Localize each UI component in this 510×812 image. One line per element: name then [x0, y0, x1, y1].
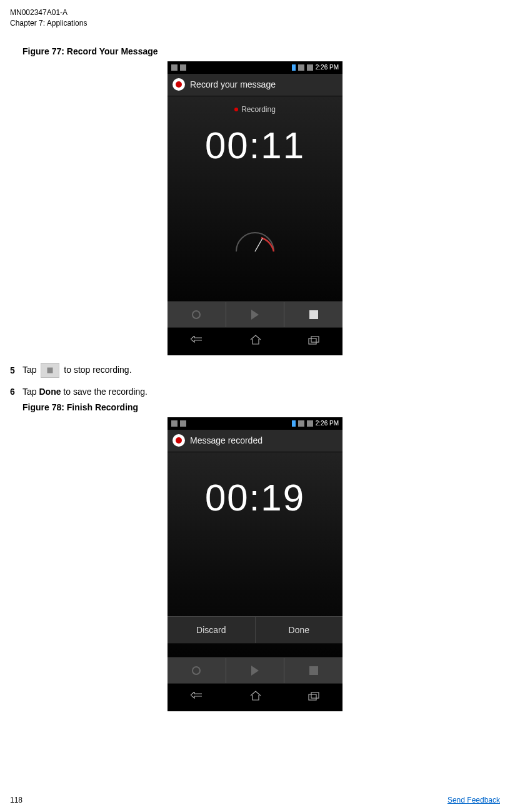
stop-button[interactable]	[284, 658, 342, 683]
app-title: Message recorded	[190, 435, 262, 445]
screenshot-record-message: 2:26 PM Record your message Recording 00…	[168, 61, 342, 355]
timer-display: 00:19	[168, 470, 342, 532]
back-icon[interactable]	[191, 335, 203, 348]
app-title: Record your message	[190, 79, 276, 89]
battery-icon	[307, 420, 313, 427]
status-icon	[171, 420, 178, 427]
status-bar: 2:26 PM	[168, 61, 342, 74]
home-icon[interactable]	[250, 691, 261, 704]
discard-button[interactable]: Discard	[168, 617, 256, 643]
timer-display: 00:11	[168, 118, 342, 192]
svg-rect-1	[309, 338, 316, 344]
back-icon[interactable]	[191, 691, 203, 704]
record-button[interactable]	[168, 302, 226, 327]
step-6-text: Tap Done to save the recording.	[22, 385, 148, 398]
recording-dot-icon	[234, 108, 238, 111]
vu-meter	[168, 192, 342, 267]
step-number: 6	[10, 387, 22, 397]
playback-controls	[168, 657, 342, 684]
status-time: 2:26 PM	[316, 64, 339, 71]
battery-icon	[307, 64, 313, 71]
status-icon	[171, 64, 178, 71]
svg-rect-4	[311, 693, 319, 698]
status-bar: 2:26 PM	[168, 417, 342, 430]
status-icon	[180, 420, 186, 427]
recording-indicator: Recording	[168, 96, 342, 118]
status-icon	[180, 64, 186, 71]
play-button[interactable]	[226, 658, 285, 683]
svg-rect-2	[311, 337, 319, 342]
play-button[interactable]	[226, 302, 285, 327]
recorder-app-icon	[172, 78, 185, 91]
step-number: 5	[10, 365, 22, 375]
record-button[interactable]	[168, 658, 226, 683]
page-number: 118	[10, 796, 22, 804]
send-feedback-link[interactable]: Send Feedback	[448, 796, 500, 804]
playback-controls	[168, 302, 342, 328]
stop-icon-inline	[41, 363, 59, 378]
screenshot-finish-recording: 2:26 PM Message recorded 00:19 Discard D…	[168, 417, 342, 711]
home-icon[interactable]	[250, 335, 261, 348]
signal-icon	[298, 420, 304, 427]
action-buttons: Discard Done	[168, 616, 342, 644]
document-header: MN002347A01-A Chapter 7: Applications	[10, 8, 500, 29]
step-6: 6 Tap Done to save the recording.	[10, 385, 500, 398]
svg-rect-3	[309, 694, 316, 700]
bluetooth-icon	[292, 420, 296, 427]
recorder-app-icon	[172, 434, 185, 447]
figure-78-caption: Figure 78: Finish Recording	[22, 402, 500, 412]
recent-icon[interactable]	[308, 335, 319, 348]
svg-line-0	[255, 238, 262, 251]
android-nav-bar	[168, 328, 342, 355]
app-title-bar: Message recorded	[168, 430, 342, 452]
page-footer: 118 Send Feedback	[10, 796, 500, 804]
bluetooth-icon	[292, 64, 296, 71]
recent-icon[interactable]	[308, 691, 319, 704]
recording-label: Recording	[241, 105, 276, 114]
chapter-label: Chapter 7: Applications	[10, 18, 500, 29]
stop-button[interactable]	[284, 302, 342, 327]
step-5: 5 Tap to stop recording.	[10, 363, 500, 378]
step-5-text: Tap to stop recording.	[22, 363, 132, 378]
android-nav-bar	[168, 684, 342, 711]
status-time: 2:26 PM	[316, 420, 339, 427]
doc-id: MN002347A01-A	[10, 8, 500, 18]
done-button[interactable]: Done	[256, 617, 343, 643]
signal-icon	[298, 64, 304, 71]
app-title-bar: Record your message	[168, 74, 342, 96]
figure-77-caption: Figure 77: Record Your Message	[22, 46, 500, 56]
